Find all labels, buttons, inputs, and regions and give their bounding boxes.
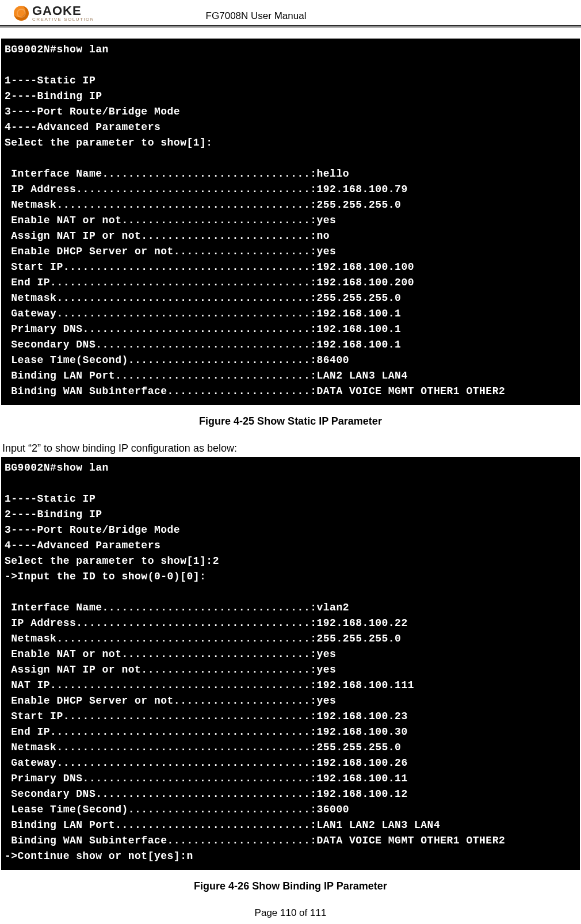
page-header: GAOKE CREATIVE SOLUTION FG7008N User Man… (0, 0, 581, 24)
brand-logo: GAOKE CREATIVE SOLUTION (14, 5, 94, 22)
document-title: FG7008N User Manual (206, 10, 307, 22)
page-number: Page 110 of 111 (1, 907, 580, 919)
header-divider-bottom (0, 28, 581, 28)
terminal-static-ip: BG9002N#show lan 1----Static IP 2----Bin… (1, 39, 580, 405)
figure-caption-425: Figure 4-25 Show Static IP Parameter (1, 415, 580, 427)
header-divider-top (0, 25, 581, 26)
terminal-binding-ip: BG9002N#show lan 1----Static IP 2----Bin… (1, 457, 580, 870)
logo-icon (14, 6, 29, 21)
brand-tagline: CREATIVE SOLUTION (32, 17, 94, 22)
brand-name: GAOKE (32, 5, 94, 17)
body-paragraph: Input “2” to show binding IP configurati… (2, 442, 580, 455)
figure-caption-426: Figure 4-26 Show Binding IP Parameter (1, 880, 580, 892)
